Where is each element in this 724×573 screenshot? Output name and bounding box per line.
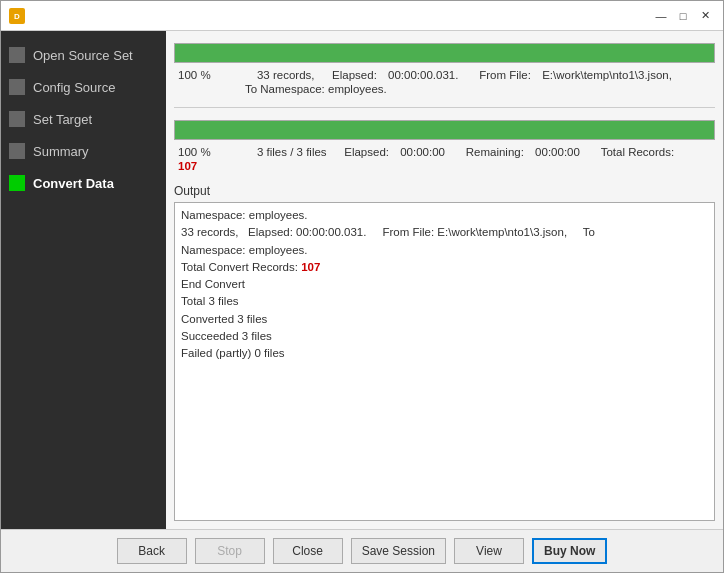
footer: Back Stop Close Save Session View Buy No… — [1, 529, 723, 572]
output-label: Output — [174, 184, 715, 198]
sidebar-label-set-target: Set Target — [33, 112, 92, 127]
output-line-7: Converted 3 files — [181, 311, 708, 328]
save-session-button[interactable]: Save Session — [351, 538, 446, 564]
output-line-5: End Convert — [181, 276, 708, 293]
titlebar-left: D — [9, 8, 25, 24]
minimize-button[interactable]: — — [651, 7, 671, 25]
sidebar-item-set-target[interactable]: Set Target — [1, 103, 166, 135]
progress-1-elapsed-label: Elapsed: — [332, 69, 377, 81]
sidebar: Open Source Set Config Source Set Target… — [1, 31, 166, 529]
progress-bar-2-container — [174, 120, 715, 140]
output-section: Output Namespace: employees. 33 records,… — [174, 184, 715, 521]
sidebar-icon-set-target — [9, 111, 25, 127]
sidebar-item-summary[interactable]: Summary — [1, 135, 166, 167]
titlebar: D — □ ✕ — [1, 1, 723, 31]
progress-2-remaining-label: Remaining: — [466, 146, 524, 158]
progress-2-total: 107 — [178, 160, 197, 172]
main-content: 100 % 33 records, Elapsed: 00:00:00.031.… — [166, 31, 723, 529]
output-line-1: Namespace: employees. — [181, 207, 708, 224]
progress-1-pct: 100 % — [178, 69, 211, 81]
back-button[interactable]: Back — [117, 538, 187, 564]
app-icon: D — [9, 8, 25, 24]
sidebar-label-open-source-set: Open Source Set — [33, 48, 133, 63]
output-line-9: Failed (partly) 0 files — [181, 345, 708, 362]
output-line-8: Succeeded 3 files — [181, 328, 708, 345]
sidebar-item-config-source[interactable]: Config Source — [1, 71, 166, 103]
buy-now-button[interactable]: Buy Now — [532, 538, 607, 564]
window-controls: — □ ✕ — [651, 7, 715, 25]
progress-info-1: 100 % 33 records, Elapsed: 00:00:00.031.… — [174, 67, 715, 83]
progress-1-elapsed: 00:00:00.031. — [388, 69, 458, 81]
progress-1-records: 33 records, — [257, 69, 315, 81]
content-area: Open Source Set Config Source Set Target… — [1, 31, 723, 529]
progress-2-files: 3 files / 3 files — [257, 146, 327, 158]
progress-info-2-line2: 107 — [174, 160, 715, 172]
sidebar-label-config-source: Config Source — [33, 80, 115, 95]
progress-2-remaining: 00:00:00 — [535, 146, 580, 158]
sidebar-label-summary: Summary — [33, 144, 89, 159]
output-line-6: Total 3 files — [181, 293, 708, 310]
sidebar-label-convert-data: Convert Data — [33, 176, 114, 191]
output-box[interactable]: Namespace: employees. 33 records, Elapse… — [174, 202, 715, 521]
progress-1-from-path: E:\work\temp\nto1\3.json, — [542, 69, 672, 81]
progress-1-to: To Namespace: employees. — [245, 83, 387, 95]
sidebar-icon-open-source-set — [9, 47, 25, 63]
progress-block-1: 100 % 33 records, Elapsed: 00:00:00.031.… — [174, 39, 715, 99]
close-button[interactable]: ✕ — [695, 7, 715, 25]
progress-2-elapsed: 00:00:00 — [400, 146, 445, 158]
output-line-3: Namespace: employees. — [181, 242, 708, 259]
output-total-records: 107 — [301, 261, 320, 273]
progress-block-2: 100 % 3 files / 3 files Elapsed: 00:00:0… — [174, 116, 715, 176]
sidebar-icon-config-source — [9, 79, 25, 95]
section-divider — [174, 107, 715, 108]
progress-bar-1-fill — [175, 44, 714, 62]
stop-button[interactable]: Stop — [195, 538, 265, 564]
progress-info-2: 100 % 3 files / 3 files Elapsed: 00:00:0… — [174, 144, 715, 160]
maximize-button[interactable]: □ — [673, 7, 693, 25]
output-line-4: Total Convert Records: 107 — [181, 259, 708, 276]
progress-1-from-label: From File: — [479, 69, 531, 81]
progress-2-elapsed-label: Elapsed: — [344, 146, 389, 158]
progress-info-1-line2: To Namespace: employees. — [174, 83, 715, 95]
close-button-footer[interactable]: Close — [273, 538, 343, 564]
progress-2-total-label: Total Records: — [601, 146, 675, 158]
progress-bar-2-fill — [175, 121, 714, 139]
progress-bar-1-container — [174, 43, 715, 63]
view-button[interactable]: View — [454, 538, 524, 564]
sidebar-item-open-source-set[interactable]: Open Source Set — [1, 39, 166, 71]
app-window: D — □ ✕ Open Source Set Config Source Se… — [0, 0, 724, 573]
sidebar-icon-convert-data — [9, 175, 25, 191]
svg-text:D: D — [14, 12, 20, 21]
sidebar-icon-summary — [9, 143, 25, 159]
spacer — [174, 176, 715, 184]
sidebar-item-convert-data[interactable]: Convert Data — [1, 167, 166, 199]
progress-2-pct: 100 % — [178, 146, 211, 158]
output-line-2: 33 records, Elapsed: 00:00:00.031. From … — [181, 224, 708, 241]
